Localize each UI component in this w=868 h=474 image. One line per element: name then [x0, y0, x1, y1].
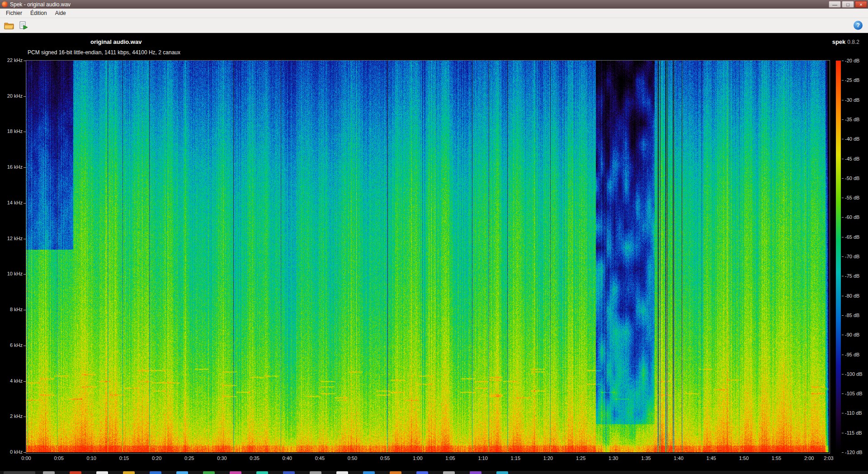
spectrogram-canvas [26, 61, 829, 452]
time-tick-label: 0:55 [376, 455, 394, 461]
db-tick [842, 335, 844, 335]
taskbar-icon[interactable] [150, 471, 161, 474]
db-tick-label: -90 dB [845, 332, 868, 337]
freq-tick [24, 61, 26, 61]
db-tick-label: -60 dB [845, 214, 868, 220]
freq-tick [24, 203, 26, 204]
taskbar-icon[interactable] [203, 471, 215, 474]
taskbar-icon[interactable] [70, 471, 81, 474]
help-button[interactable]: ? [854, 21, 863, 30]
db-tick [842, 413, 844, 413]
taskbar-icon[interactable] [283, 471, 295, 474]
db-tick-label: -55 dB [845, 195, 868, 200]
db-tick-label: -100 dB [845, 371, 868, 377]
time-tick-label: 0:40 [278, 455, 296, 461]
db-tick [842, 139, 844, 139]
time-tick-label: 0:45 [311, 455, 329, 461]
window-controls: — □ × [829, 1, 867, 8]
db-tick-label: -95 dB [845, 352, 868, 357]
toolbar: ? [0, 18, 868, 33]
taskbar-icon[interactable] [470, 471, 481, 474]
db-tick-label: -85 dB [845, 313, 868, 318]
taskbar-icon[interactable] [123, 471, 135, 474]
db-tick [842, 374, 844, 374]
time-tick-label: 0:20 [148, 455, 166, 461]
freq-tick [24, 132, 26, 132]
time-tick-label: 0:05 [50, 455, 68, 461]
menu-item-edition[interactable]: Édition [26, 9, 51, 17]
time-tick-label: 1:00 [409, 455, 427, 461]
file-title: original audio.wav [90, 38, 142, 45]
time-tick-label: 1:15 [506, 455, 524, 461]
db-tick-label: -20 dB [845, 58, 868, 63]
db-tick [842, 433, 844, 433]
db-tick [842, 119, 844, 120]
app-version-name: spek [832, 38, 846, 45]
taskbar-icon[interactable] [336, 471, 348, 474]
save-export-icon [19, 21, 28, 29]
taskbar-icon[interactable] [96, 471, 108, 474]
freq-tick-label: 4 kHz [0, 378, 23, 384]
save-button[interactable] [17, 19, 30, 31]
taskbar-icon[interactable] [230, 471, 241, 474]
time-tick-label: 0:25 [180, 455, 198, 461]
taskbar-icon[interactable] [416, 471, 428, 474]
time-tick-label: 0:10 [82, 455, 100, 461]
db-tick [842, 355, 844, 355]
taskbar-icon[interactable] [43, 471, 55, 474]
freq-tick-label: 2 kHz [0, 413, 23, 419]
close-button[interactable]: × [855, 1, 867, 8]
db-tick-label: -45 dB [845, 156, 868, 161]
db-tick [842, 237, 844, 237]
time-tick-label: 0:15 [115, 455, 133, 461]
freq-tick-label: 18 kHz [0, 128, 23, 134]
app-icon [2, 1, 8, 7]
db-tick-label: -35 dB [845, 117, 868, 122]
time-tick-label: 1:30 [604, 455, 623, 461]
db-tick-label: -30 dB [845, 97, 868, 103]
taskbar-icon[interactable] [390, 471, 401, 474]
db-tick [842, 159, 844, 159]
app-version: spek0.8.2 [832, 38, 859, 45]
taskbar-icon[interactable] [363, 471, 375, 474]
freq-tick-label: 6 kHz [0, 342, 23, 348]
open-file-button[interactable] [3, 19, 15, 31]
time-tick-label: 1:50 [735, 455, 753, 461]
db-tick-label: -105 dB [845, 391, 868, 396]
app-version-number: 0.8.2 [847, 39, 859, 45]
db-tick [842, 256, 844, 257]
db-tick-label: -25 dB [845, 77, 868, 83]
menu-item-aide[interactable]: Aide [51, 9, 70, 17]
freq-tick [24, 452, 26, 453]
taskbar[interactable] [0, 471, 868, 474]
db-tick [842, 178, 844, 179]
taskbar-icon[interactable] [176, 471, 188, 474]
taskbar-icon[interactable] [256, 471, 268, 474]
titlebar[interactable]: Spek - original audio.wav — □ × [0, 0, 868, 9]
freq-tick-label: 12 kHz [0, 236, 23, 241]
db-tick [842, 100, 844, 100]
taskbar-icon[interactable] [443, 471, 455, 474]
time-tick-label: 2:00 [800, 455, 818, 461]
db-tick-label: -70 dB [845, 254, 868, 259]
db-tick [842, 217, 844, 218]
menubar: Fichier Édition Aide [0, 9, 868, 18]
db-tick-label: -120 dB [845, 450, 868, 455]
time-tick-label: 0:00 [17, 455, 35, 461]
freq-tick-label: 16 kHz [0, 164, 23, 170]
freq-tick [24, 239, 26, 239]
freq-tick [24, 274, 26, 275]
db-tick-label: -115 dB [845, 430, 868, 436]
audio-format-info: PCM signed 16-bit little-endian, 1411 kb… [28, 49, 180, 56]
taskbar-icon[interactable] [310, 471, 321, 474]
taskbar-icon[interactable] [496, 471, 508, 474]
db-tick [842, 393, 844, 394]
db-tick [842, 276, 844, 276]
db-tick [842, 80, 844, 81]
freq-tick-label: 10 kHz [0, 271, 23, 276]
taskbar-start-area[interactable] [4, 471, 35, 474]
maximize-button[interactable]: □ [842, 1, 854, 8]
minimize-button[interactable]: — [829, 1, 841, 8]
db-tick-label: -65 dB [845, 234, 868, 240]
menu-item-fichier[interactable]: Fichier [2, 9, 26, 17]
